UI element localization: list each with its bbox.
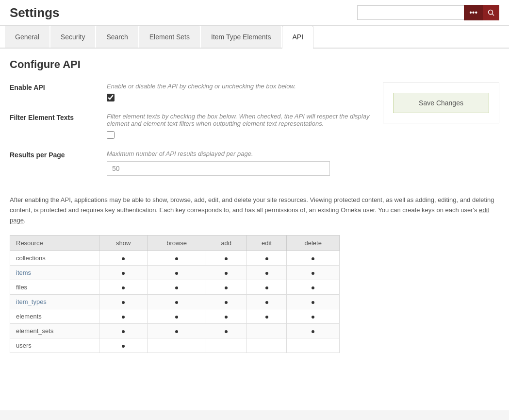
enable-api-description: Enable or disable the API by checking or… — [107, 83, 373, 90]
search-area: ••• — [357, 5, 499, 20]
browse-dot — [175, 257, 178, 260]
add-cell — [206, 295, 246, 309]
resource-cell: users — [10, 338, 99, 353]
enable-api-value: Enable or disable the API by checking or… — [107, 83, 373, 103]
delete-cell — [287, 338, 340, 353]
show-dot — [122, 330, 125, 333]
browse-dot — [175, 316, 178, 319]
show-dot — [122, 286, 125, 289]
show-dot — [122, 272, 125, 275]
tab-general[interactable]: General — [5, 26, 49, 48]
add-dot — [225, 286, 228, 289]
results-per-page-description: Maximum number of API results displayed … — [107, 150, 373, 157]
show-cell — [99, 338, 148, 353]
svg-line-1 — [493, 14, 494, 16]
tab-api[interactable]: API — [282, 26, 313, 49]
filter-element-texts-checkbox[interactable] — [107, 131, 115, 139]
page-title: Settings — [10, 5, 60, 20]
browse-cell — [148, 295, 206, 309]
more-options-button[interactable]: ••• — [464, 5, 483, 20]
form-fields: Enable API Enable or disable the API by … — [10, 83, 373, 185]
add-dot — [225, 301, 228, 304]
add-dot — [225, 316, 228, 319]
col-show: show — [99, 235, 148, 251]
tab-element-sets[interactable]: Element Sets — [139, 26, 200, 48]
filter-element-texts-label: Filter Element Texts — [10, 113, 107, 121]
show-cell — [99, 324, 148, 338]
add-cell — [206, 324, 246, 338]
results-per-page-input[interactable] — [107, 161, 330, 176]
edit-cell — [246, 309, 287, 324]
table-row: collections — [10, 251, 340, 266]
add-dot — [225, 272, 228, 275]
browse-cell — [148, 338, 206, 353]
resource-cell: collections — [10, 251, 99, 266]
show-dot — [122, 301, 125, 304]
edit-dot — [265, 257, 268, 260]
resource-cell: elements — [10, 309, 99, 324]
resource-cell: element_sets — [10, 324, 99, 338]
info-text-part1: After enabling the API, applications may… — [10, 196, 494, 214]
delete-dot — [312, 286, 314, 289]
show-dot — [122, 257, 125, 260]
edit-cell — [246, 280, 287, 295]
col-edit: edit — [246, 235, 287, 251]
edit-cell — [246, 338, 287, 353]
search-icon — [488, 9, 494, 16]
search-button[interactable] — [483, 5, 499, 20]
delete-cell — [287, 266, 340, 280]
table-row: items — [10, 266, 340, 280]
add-cell — [206, 309, 246, 324]
col-resource: Resource — [10, 235, 99, 251]
section-title: Configure API — [10, 58, 499, 71]
resource-cell: items — [10, 266, 99, 280]
col-browse: browse — [148, 235, 206, 251]
form-layout: Enable API Enable or disable the API by … — [10, 83, 499, 185]
results-per-page-label: Results per Page — [10, 150, 107, 159]
add-dot — [225, 257, 228, 260]
table-row: item_types — [10, 295, 340, 309]
info-text-part2: . — [24, 217, 26, 224]
browse-cell — [148, 266, 206, 280]
tab-security[interactable]: Security — [50, 26, 96, 48]
header: Settings ••• — [0, 0, 509, 26]
edit-cell — [246, 266, 287, 280]
edit-dot — [265, 272, 268, 275]
save-panel-inner: Save Changes — [383, 83, 499, 123]
show-cell — [99, 266, 148, 280]
browse-cell — [148, 324, 206, 338]
show-dot — [122, 345, 125, 348]
show-cell — [99, 295, 148, 309]
tab-search[interactable]: Search — [96, 26, 138, 48]
browse-dot — [175, 272, 178, 275]
permissions-table: Resource show browse add edit delete col… — [10, 235, 340, 353]
table-header-row: Resource show browse add edit delete — [10, 235, 340, 251]
browse-cell — [148, 309, 206, 324]
edit-cell — [246, 251, 287, 266]
tab-item-type-elements[interactable]: Item Type Elements — [201, 26, 281, 48]
filter-element-texts-row: Filter Element Texts Filter element text… — [10, 113, 373, 140]
enable-api-checkbox[interactable] — [107, 94, 115, 101]
browse-dot — [175, 301, 178, 304]
results-per-page-value: Maximum number of API results displayed … — [107, 150, 373, 176]
edit-dot — [265, 286, 268, 289]
save-panel: Save Changes — [383, 83, 499, 185]
add-dot — [225, 330, 228, 333]
col-add: add — [206, 235, 246, 251]
table-row: elements — [10, 309, 340, 324]
table-row: files — [10, 280, 340, 295]
enable-api-row: Enable API Enable or disable the API by … — [10, 83, 373, 103]
info-text: After enabling the API, applications may… — [10, 195, 499, 225]
save-changes-button[interactable]: Save Changes — [393, 93, 489, 113]
search-input[interactable] — [357, 5, 464, 20]
add-cell — [206, 280, 246, 295]
add-cell — [206, 251, 246, 266]
delete-cell — [287, 324, 340, 338]
add-cell — [206, 266, 246, 280]
show-cell — [99, 309, 148, 324]
edit-dot — [265, 316, 268, 319]
browse-dot — [175, 330, 178, 333]
delete-dot — [312, 316, 314, 319]
svg-point-0 — [489, 10, 493, 15]
filter-element-texts-description: Filter element texts by checking the box… — [107, 113, 373, 127]
